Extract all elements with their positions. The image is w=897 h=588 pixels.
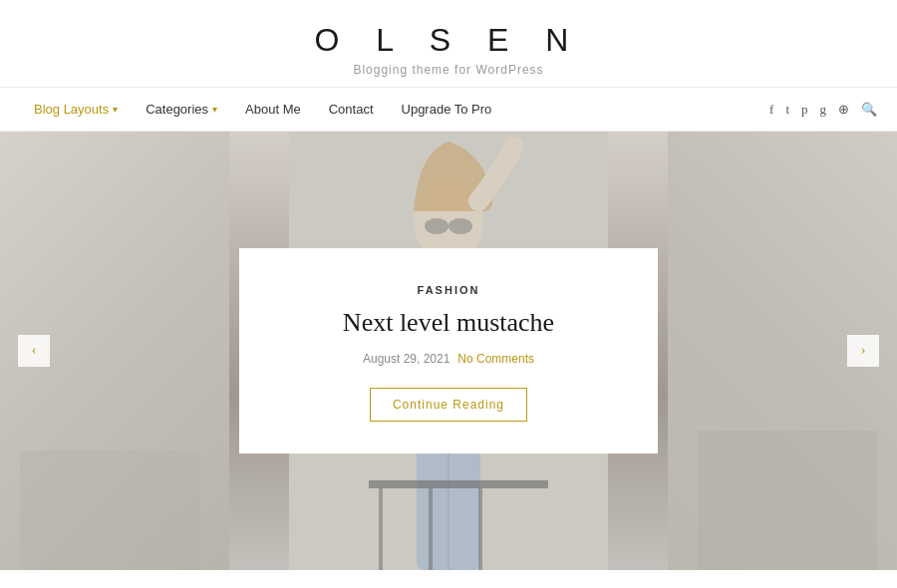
chevron-right-icon: › xyxy=(861,343,866,359)
nav-item-categories[interactable]: Categories ▾ xyxy=(132,88,231,132)
slide-category: Fashion xyxy=(279,284,618,296)
svg-point-3 xyxy=(425,218,448,234)
svg-rect-10 xyxy=(429,488,433,570)
svg-rect-11 xyxy=(478,488,482,570)
site-title: O L S E N xyxy=(0,22,897,59)
slider-prev-button[interactable]: ‹ xyxy=(18,335,50,367)
svg-rect-8 xyxy=(369,480,548,488)
slide-title: Next level mustache xyxy=(279,306,618,340)
nav-item-blog-layouts[interactable]: Blog Layouts ▾ xyxy=(20,88,132,132)
facebook-icon[interactable]: f xyxy=(769,102,773,118)
svg-rect-9 xyxy=(379,488,383,570)
search-icon[interactable]: 🔍 xyxy=(861,102,877,118)
nav-label: Blog Layouts xyxy=(34,102,109,117)
chevron-left-icon: ‹ xyxy=(32,343,37,359)
nav-label: Categories xyxy=(146,102,208,117)
nav-social: f t p g ⊕ 🔍 xyxy=(769,102,877,118)
chevron-down-icon: ▾ xyxy=(212,104,217,115)
site-nav: Blog Layouts ▾ Categories ▾ About Me Con… xyxy=(0,88,897,132)
nav-item-about-me[interactable]: About Me xyxy=(231,88,315,132)
nav-links: Blog Layouts ▾ Categories ▾ About Me Con… xyxy=(20,88,769,132)
slide-meta: August 29, 2021 No Comments xyxy=(279,352,618,366)
continue-reading-button[interactable]: Continue Reading xyxy=(370,388,527,422)
chevron-down-icon: ▾ xyxy=(113,104,118,115)
nav-item-contact[interactable]: Contact xyxy=(315,88,388,132)
slide-card: Fashion Next level mustache August 29, 2… xyxy=(239,248,658,453)
google-icon[interactable]: g xyxy=(820,102,827,118)
hero-slider: ‹ Fashion Next level mustache August 29,… xyxy=(0,132,897,570)
twitter-icon[interactable]: t xyxy=(785,102,789,118)
building-right xyxy=(698,431,877,570)
slide-date: August 29, 2021 xyxy=(363,352,449,366)
site-header: O L S E N Blogging theme for WordPress xyxy=(0,0,897,88)
slider-next-button[interactable]: › xyxy=(847,335,879,367)
nav-label: About Me xyxy=(245,102,301,117)
site-tagline: Blogging theme for WordPress xyxy=(0,63,897,77)
nav-label: Contact xyxy=(329,102,374,117)
pinterest-icon[interactable]: p xyxy=(801,102,808,118)
nav-item-upgrade[interactable]: Upgrade To Pro xyxy=(388,88,506,132)
nav-label: Upgrade To Pro xyxy=(402,102,492,117)
svg-point-4 xyxy=(448,218,472,234)
building-left xyxy=(20,450,199,570)
slide-comments[interactable]: No Comments xyxy=(457,352,534,366)
rss-icon[interactable]: ⊕ xyxy=(838,102,849,118)
